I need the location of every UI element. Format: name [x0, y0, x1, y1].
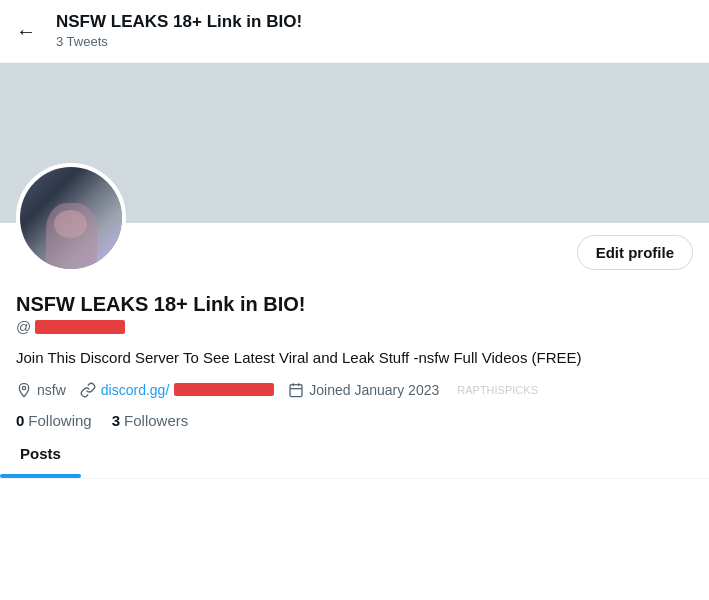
- meta-row: nsfw discord.gg/ Joined January 2023: [16, 382, 693, 398]
- avatar: [16, 163, 126, 273]
- back-button[interactable]: ←: [16, 20, 36, 43]
- followers-count: 3: [112, 412, 120, 429]
- profile-header: ← NSFW LEAKS 18+ Link in BIO! 3 Tweets: [0, 0, 709, 63]
- username-redacted: [35, 320, 125, 334]
- tweet-count: 3 Tweets: [56, 34, 108, 49]
- stats-row: 0 Following 3 Followers: [16, 412, 693, 429]
- avatar-wrapper: [16, 163, 126, 273]
- discord-link-redacted: [174, 383, 274, 396]
- header-info: NSFW LEAKS 18+ Link in BIO! 3 Tweets: [56, 12, 302, 50]
- username-at: @: [16, 318, 31, 335]
- calendar-icon: [288, 382, 304, 398]
- username-row: @: [16, 318, 693, 335]
- tab-row: Posts: [0, 429, 709, 479]
- following-label: Following: [28, 412, 91, 429]
- watermark: RAPTHISPICKS: [457, 384, 538, 396]
- profile-area: Edit profile NSFW LEAKS 18+ Link in BIO!…: [0, 223, 709, 429]
- location-icon: [16, 382, 32, 398]
- following-stat[interactable]: 0 Following: [16, 412, 92, 429]
- svg-point-0: [22, 386, 25, 389]
- avatar-image: [20, 167, 122, 269]
- header-title: NSFW LEAKS 18+ Link in BIO!: [56, 12, 302, 32]
- followers-label: Followers: [124, 412, 188, 429]
- location-text: nsfw: [37, 382, 66, 398]
- tab-posts[interactable]: Posts: [0, 429, 81, 478]
- joined-text: Joined January 2023: [309, 382, 439, 398]
- discord-prefix[interactable]: discord.gg/: [101, 382, 169, 398]
- link-icon: [80, 382, 96, 398]
- svg-rect-1: [290, 384, 302, 396]
- link-item: discord.gg/: [80, 382, 274, 398]
- joined-item: Joined January 2023: [288, 382, 439, 398]
- edit-profile-button[interactable]: Edit profile: [577, 235, 693, 270]
- display-name: NSFW LEAKS 18+ Link in BIO!: [16, 293, 693, 316]
- following-count: 0: [16, 412, 24, 429]
- location-item: nsfw: [16, 382, 66, 398]
- followers-stat[interactable]: 3 Followers: [112, 412, 189, 429]
- bio-text: Join This Discord Server To See Latest V…: [16, 347, 693, 370]
